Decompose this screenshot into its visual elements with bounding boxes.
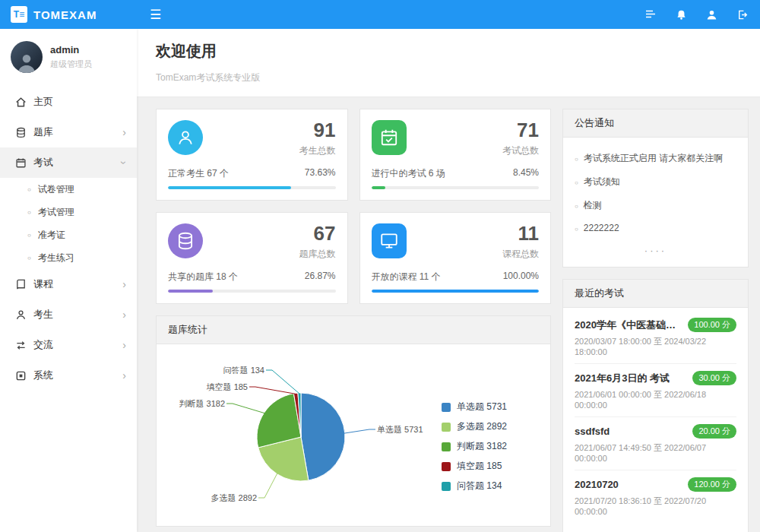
app-logo-icon: T≡ [11, 6, 27, 23]
legend-swatch [442, 423, 451, 432]
sidebar-subitem[interactable]: ○考生练习 [0, 246, 137, 269]
exam-date-range: 2021/06/07 14:49:50 至 2022/06/07 00:00:0… [575, 442, 736, 463]
recent-exam-item[interactable]: 20210720120.00 分2021/07/20 18:36:10 至 20… [575, 470, 736, 523]
avatar [11, 41, 43, 73]
sidebar-item-6[interactable]: 系统› [0, 360, 137, 391]
pie-chart-body: 单选题 5731多选题 2892判断题 3182填空题 185问答题 134 单… [157, 344, 550, 526]
calendar-check-icon [372, 120, 407, 155]
sidebar-item-3[interactable]: 课程› [0, 269, 137, 299]
sidebar-item-2[interactable]: 考试› [0, 147, 137, 178]
bullet-icon: ○ [575, 226, 578, 233]
announcements-title: 公告通知 [575, 116, 614, 130]
stat-value: 11 [502, 223, 539, 243]
monitor-icon [372, 223, 407, 258]
sidebar-item-label: 考试 [33, 156, 53, 169]
announcement-item[interactable]: ○考试系统正式启用 请大家都关注啊 [575, 147, 736, 170]
sidebar-subitem[interactable]: ○考试管理 [0, 201, 137, 223]
welcome-section: 欢迎使用 TomExam考试系统专业版 [137, 29, 760, 97]
stat-sub-text: 进行中的考试 6 场 [372, 167, 445, 180]
legend-item[interactable]: 单选题 5731 [442, 401, 539, 413]
ranking-icon[interactable] [635, 0, 666, 29]
legend-swatch [442, 442, 451, 451]
sidebar-item-label: 课程 [33, 277, 53, 291]
stat-percent: 26.87% [305, 271, 336, 283]
database-icon [15, 127, 33, 138]
book-icon [15, 279, 33, 290]
announcements-more[interactable]: ···· [575, 239, 736, 258]
person-icon [15, 309, 33, 321]
bullet-icon: ○ [27, 186, 31, 193]
legend-swatch [442, 462, 451, 471]
legend-label: 填空题 185 [457, 460, 502, 473]
stat-sub-text: 开放的课程 11 个 [372, 271, 441, 283]
recent-exams-list: 2020学年《中医基础理论》100.00 分2020/03/07 18:00:0… [575, 311, 736, 523]
dashboard-content: 91考生总数正常考生 67 个73.63%71考试总数进行中的考试 6 场8.4… [137, 97, 760, 532]
score-badge: 120.00 分 [688, 477, 736, 492]
brand[interactable]: T≡ TOMEXAM [0, 6, 137, 23]
chevron-right-icon: › [122, 339, 126, 351]
chevron-right-icon: › [122, 278, 126, 290]
user-name: admin [50, 44, 92, 55]
bullet-icon: ○ [27, 255, 31, 261]
svg-text:多选题 2892: 多选题 2892 [211, 493, 257, 502]
announcement-item[interactable]: ○检测 [575, 194, 736, 217]
recent-exams-body: 2020学年《中医基础理论》100.00 分2020/03/07 18:00:0… [563, 308, 748, 532]
legend-swatch [442, 482, 451, 491]
exam-date-range: 2021/07/20 18:36:10 至 2022/07/20 00:00:0… [575, 496, 736, 516]
page-title: 欢迎使用 [156, 41, 741, 62]
stat-label: 课程总数 [502, 248, 539, 261]
recent-exams-more[interactable]: ···· [575, 523, 736, 532]
legend-label: 单选题 5731 [457, 401, 507, 413]
hamburger-menu-icon[interactable]: ☰ [150, 8, 161, 21]
user-icon [168, 120, 203, 155]
stat-label: 考试总数 [502, 144, 539, 157]
bullet-icon: ○ [575, 179, 578, 186]
database-icon [168, 223, 203, 258]
announcement-item[interactable]: ○考试须知 [575, 170, 736, 194]
legend-label: 问答题 134 [457, 480, 502, 492]
stat-value: 67 [299, 223, 336, 243]
sidebar-item-label: 考生 [33, 308, 53, 321]
sidebar-item-label: 题库 [33, 125, 53, 139]
sidebar-item-4[interactable]: 考生› [0, 299, 137, 330]
svg-text:判断题 3182: 判断题 3182 [179, 399, 225, 408]
exchange-icon [15, 340, 33, 351]
user-info: admin 超级管理员 [50, 44, 92, 70]
legend-item[interactable]: 填空题 185 [442, 460, 539, 473]
chevron-down-icon: › [119, 161, 131, 165]
announcement-text: 2222222 [584, 223, 619, 233]
sidebar-subitem[interactable]: ○准考证 [0, 223, 137, 246]
exam-name: ssdfsfd [575, 426, 610, 437]
sidebar-item-5[interactable]: 交流› [0, 330, 137, 360]
stat-value: 71 [502, 120, 539, 140]
recent-exam-item[interactable]: 2021年6月3日的 考试30.00 分2021/06/01 00:00:00 … [575, 364, 736, 417]
stat-card: 67题库总数共享的题库 18 个26.87% [156, 212, 348, 304]
progress-bar [168, 290, 336, 293]
legend-swatch [442, 403, 451, 412]
announcement-item[interactable]: ○2222222 [575, 217, 736, 239]
logout-icon[interactable] [727, 0, 757, 29]
progress-bar [168, 186, 336, 189]
calendar-icon [15, 157, 33, 169]
sidebar-item-label: 主页 [33, 95, 53, 109]
bell-icon[interactable] [666, 0, 696, 29]
announcements-card: 公告通知 ○考试系统正式启用 请大家都关注啊○考试须知○检测○2222222 ·… [562, 109, 749, 268]
stat-value: 91 [299, 120, 336, 140]
recent-exam-item[interactable]: 2020学年《中医基础理论》100.00 分2020/03/07 18:00:0… [575, 311, 736, 364]
recent-exams-title: 最近的考试 [575, 287, 624, 300]
recent-exam-item[interactable]: ssdfsfd20.00 分2021/06/07 14:49:50 至 2022… [575, 417, 736, 470]
legend-item[interactable]: 多选题 2892 [442, 420, 539, 433]
question-stats-header: 题库统计 [157, 316, 550, 344]
stat-card: 91考生总数正常考生 67 个73.63% [156, 109, 348, 201]
legend-item[interactable]: 问答题 134 [442, 480, 539, 492]
sidebar-item-1[interactable]: 题库› [0, 117, 137, 147]
user-icon[interactable] [696, 0, 727, 29]
legend-item[interactable]: 判断题 3182 [442, 440, 539, 453]
sidebar-item-0[interactable]: 主页 [0, 87, 137, 117]
sidebar-subitem[interactable]: ○试卷管理 [0, 178, 137, 201]
user-profile[interactable]: admin 超级管理员 [0, 29, 137, 84]
stats-grid: 91考生总数正常考生 67 个73.63%71考试总数进行中的考试 6 场8.4… [156, 109, 551, 304]
legend-label: 判断题 3182 [457, 440, 507, 453]
sidebar-subitem-label: 试卷管理 [38, 183, 74, 196]
recent-exams-card: 最近的考试 2020学年《中医基础理论》100.00 分2020/03/07 1… [562, 279, 749, 532]
